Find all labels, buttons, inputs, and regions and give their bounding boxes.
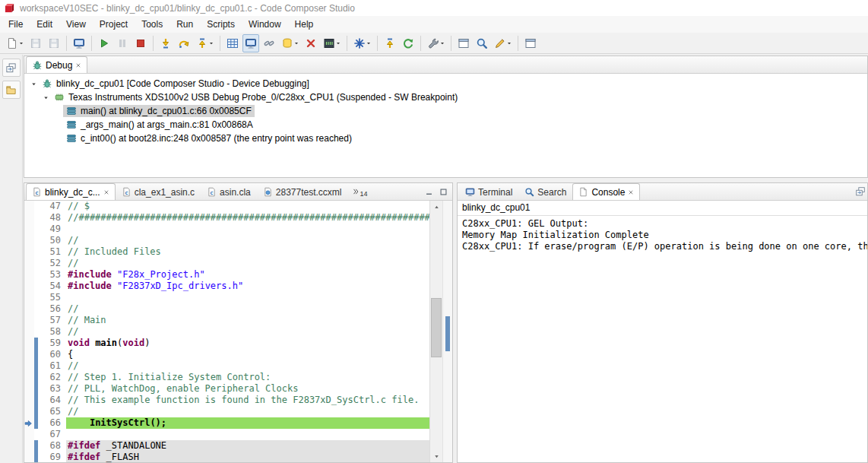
gutter-marker-bar[interactable] xyxy=(24,406,34,417)
console-toolbar-button[interactable] xyxy=(855,185,867,198)
menu-project[interactable]: Project xyxy=(93,16,135,33)
tab-terminal[interactable]: Terminal xyxy=(459,183,518,200)
close-icon[interactable] xyxy=(75,62,81,68)
resume-button[interactable] xyxy=(96,34,112,52)
save-button[interactable] xyxy=(27,34,44,52)
gutter-marker-bar[interactable] xyxy=(24,452,34,462)
gutter-marker-bar[interactable] xyxy=(24,360,34,372)
tab-debug[interactable]: Debug xyxy=(26,56,87,73)
terminate-button[interactable] xyxy=(132,34,149,52)
save-all-button[interactable] xyxy=(46,34,62,52)
gutter-marker-bar[interactable] xyxy=(24,212,34,224)
gutter-marker-bar[interactable] xyxy=(24,349,34,360)
menu-help[interactable]: Help xyxy=(288,16,321,33)
gutter-marker-bar[interactable] xyxy=(24,417,34,429)
remove-all-terminated-button[interactable] xyxy=(303,34,319,52)
close-icon[interactable] xyxy=(628,189,634,195)
menu-view[interactable]: View xyxy=(59,16,93,33)
step-return-dropdown-arrow-icon[interactable] xyxy=(209,41,214,46)
pin-button[interactable] xyxy=(492,34,514,52)
tools-button[interactable] xyxy=(425,34,447,52)
scroll-down-arrow-icon[interactable] xyxy=(430,450,442,462)
menu-edit[interactable]: Edit xyxy=(30,16,59,33)
scroll-up-arrow-icon[interactable] xyxy=(430,201,442,213)
debug-tree-row[interactable]: c_int00() at boot28.inc:248 0x008587 (th… xyxy=(24,132,867,145)
flash-button[interactable] xyxy=(279,34,301,52)
gutter-marker-bar[interactable] xyxy=(24,383,34,395)
search-button[interactable] xyxy=(474,34,490,52)
tree-item[interactable]: blinky_dc_cpu01 [Code Composer Studio - … xyxy=(39,78,312,90)
menu-scripts[interactable]: Scripts xyxy=(200,16,242,33)
load-program-dropdown-arrow-icon[interactable] xyxy=(336,41,341,46)
editor-vertical-scrollbar[interactable] xyxy=(429,201,442,462)
resume-at-line-button[interactable] xyxy=(382,34,398,52)
gutter-marker-bar[interactable] xyxy=(24,235,34,246)
new-breakpoint-button[interactable] xyxy=(351,34,373,52)
debug-tree-row[interactable]: _args_main() at args_main.c:81 0x00868A xyxy=(24,118,867,132)
gutter-marker-bar[interactable] xyxy=(24,292,34,303)
gutter-marker-bar[interactable] xyxy=(24,395,34,406)
gutter-marker-bar[interactable] xyxy=(24,224,34,235)
editor-overflow-chevron[interactable]: 14 xyxy=(352,188,368,195)
tools-dropdown-arrow-icon[interactable] xyxy=(440,41,445,46)
tree-item[interactable]: _args_main() at args_main.c:81 0x00868A xyxy=(63,119,256,131)
editor-tab-blinky-dc-c-[interactable]: cblinky_dc_c... xyxy=(26,183,116,200)
suspend-button[interactable] xyxy=(114,34,131,52)
debug-tree-row[interactable]: blinky_dc_cpu01 [Code Composer Studio - … xyxy=(24,77,867,90)
editor-tab-cla-ex1-asin-c[interactable]: ccla_ex1_asin.c xyxy=(116,183,201,200)
minimized-views-icon[interactable] xyxy=(2,81,21,99)
gutter-marker-bar[interactable] xyxy=(24,269,34,281)
load-program-button[interactable] xyxy=(321,34,343,52)
restore-connections-button[interactable] xyxy=(261,34,277,52)
new-window-button[interactable] xyxy=(522,34,539,52)
overview-ruler[interactable] xyxy=(442,201,452,462)
step-over-button[interactable] xyxy=(176,34,192,52)
menu-run[interactable]: Run xyxy=(169,16,200,33)
tab-console[interactable]: Console xyxy=(572,183,640,200)
close-icon[interactable] xyxy=(103,189,109,195)
menu-tools[interactable]: Tools xyxy=(135,16,169,33)
gutter-marker-bar[interactable] xyxy=(24,258,34,269)
flash-dropdown-arrow-icon[interactable] xyxy=(294,41,299,46)
new-breakpoint-dropdown-arrow-icon[interactable] xyxy=(366,41,371,46)
gutter-marker-bar[interactable] xyxy=(24,201,34,212)
memory-browser-button[interactable] xyxy=(224,34,241,52)
expand-arrow-icon[interactable] xyxy=(29,81,39,87)
gutter-marker-bar[interactable] xyxy=(24,281,34,292)
debug-tree-row[interactable]: Texas Instruments XDS100v2 USB Debug Pro… xyxy=(24,90,867,104)
minimize-button[interactable] xyxy=(423,186,435,198)
new-button[interactable] xyxy=(4,34,26,52)
pin-dropdown-arrow-icon[interactable] xyxy=(507,41,512,46)
tree-item[interactable]: main() at blinky_dc_cpu01.c:66 0x0085CF xyxy=(63,105,255,117)
gutter-marker-bar[interactable] xyxy=(24,315,34,326)
console-output[interactable]: blinky_dc_cpu01 C28xx_CPU1: GEL Output:M… xyxy=(458,201,867,462)
code-editor[interactable]: 47// $48//##############################… xyxy=(24,201,429,462)
connect-target-button[interactable] xyxy=(242,34,259,52)
scrollbar-thumb[interactable] xyxy=(431,298,442,357)
gutter-marker-bar[interactable] xyxy=(24,372,34,383)
editor-tab-28377test-ccxml[interactable]: 28377test.ccxml xyxy=(257,183,348,200)
tab-search[interactable]: Search xyxy=(518,183,572,200)
menu-file[interactable]: File xyxy=(2,16,30,33)
debug-tree-row[interactable]: main() at blinky_dc_cpu01.c:66 0x0085CF xyxy=(24,104,867,118)
tree-item[interactable]: Texas Instruments XDS100v2 USB Debug Pro… xyxy=(51,91,461,103)
new-dropdown-arrow-icon[interactable] xyxy=(19,41,24,46)
view-console-button[interactable] xyxy=(71,34,87,52)
gutter-marker-bar[interactable] xyxy=(24,303,34,315)
maximize-button[interactable] xyxy=(437,186,449,198)
expand-arrow-icon[interactable] xyxy=(41,94,51,101)
gutter-marker-bar[interactable] xyxy=(24,338,34,349)
debug-tree[interactable]: blinky_dc_cpu01 [Code Composer Studio - … xyxy=(24,74,867,177)
open-disassembly-button[interactable] xyxy=(455,34,472,52)
restore-pane-icon[interactable] xyxy=(2,59,21,77)
gutter-marker-bar[interactable] xyxy=(24,429,34,440)
tree-item[interactable]: c_int00() at boot28.inc:248 0x008587 (th… xyxy=(63,132,355,144)
gutter-marker-bar[interactable] xyxy=(24,326,34,338)
editor-tab-asin-cla[interactable]: casin.cla xyxy=(201,183,257,200)
step-into-button[interactable] xyxy=(157,34,174,52)
gutter-marker-bar[interactable] xyxy=(24,440,34,452)
step-return-button[interactable] xyxy=(194,34,216,52)
refresh-button[interactable] xyxy=(400,34,417,52)
overview-marker[interactable] xyxy=(445,316,450,351)
menu-window[interactable]: Window xyxy=(242,16,288,33)
